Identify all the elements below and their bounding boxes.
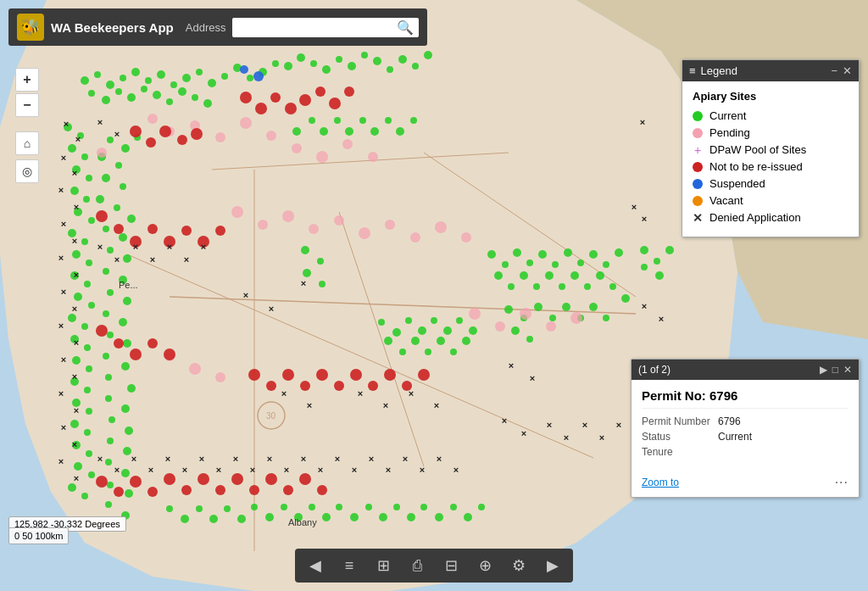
popup-row-label: Status <box>642 431 718 443</box>
svg-point-176 <box>393 504 400 510</box>
svg-point-224 <box>258 220 268 230</box>
svg-point-43 <box>361 52 368 59</box>
svg-point-136 <box>520 271 528 280</box>
svg-point-205 <box>385 117 392 124</box>
svg-text:×: × <box>150 254 155 265</box>
svg-point-44 <box>373 57 381 65</box>
svg-text:×: × <box>409 388 414 399</box>
legend-section-title: Apiary Sites <box>693 90 849 103</box>
svg-point-158 <box>511 326 520 335</box>
legend-plus-icon: + <box>693 145 703 155</box>
search-input[interactable] <box>237 21 397 34</box>
popup-next-button[interactable]: ▶ <box>820 364 827 376</box>
svg-point-16 <box>145 77 152 84</box>
home-button[interactable]: ⌂ <box>15 131 39 155</box>
popup-nav: ▶ □ ✕ <box>820 364 852 376</box>
zoom-to-link[interactable]: Zoom to <box>642 477 679 488</box>
svg-point-127 <box>538 250 547 259</box>
scale-bar: 0 50 100km <box>8 527 69 544</box>
popup-row-value: Current <box>718 431 752 443</box>
legend-menu-icon: ≡ <box>689 64 696 77</box>
svg-point-172 <box>336 504 342 510</box>
svg-point-140 <box>570 271 579 280</box>
svg-point-121 <box>105 501 112 508</box>
legend-dot-icon <box>693 162 703 172</box>
svg-point-123 <box>487 250 496 259</box>
svg-point-35 <box>192 94 198 101</box>
popup-rows: Permit Number6796StatusCurrentTenure <box>642 415 849 458</box>
svg-point-21 <box>208 79 216 87</box>
legend-item: ✕Denied Application <box>693 211 849 224</box>
svg-point-270 <box>300 381 310 391</box>
svg-point-70 <box>84 344 91 351</box>
legend-minimize-button[interactable]: − <box>831 64 837 77</box>
svg-point-66 <box>88 302 95 309</box>
svg-text:×: × <box>58 185 64 195</box>
svg-point-200 <box>320 127 328 136</box>
zoom-out-button[interactable]: − <box>15 93 39 117</box>
popup-more-button[interactable]: ··· <box>835 475 849 490</box>
svg-point-253 <box>191 128 203 140</box>
toolbar-list-button[interactable]: ≡ <box>337 554 361 577</box>
svg-point-113 <box>108 416 115 423</box>
svg-point-80 <box>86 450 92 457</box>
toolbar-globe-button[interactable]: ⊕ <box>473 554 497 577</box>
svg-point-48 <box>424 51 432 59</box>
svg-point-218 <box>292 143 302 153</box>
svg-point-117 <box>105 459 112 466</box>
legend-close-button[interactable]: ✕ <box>843 64 852 77</box>
toolbar-next-button[interactable]: ▶ <box>541 554 565 577</box>
map-container[interactable]: 30 <box>0 0 868 591</box>
svg-text:×: × <box>148 465 153 475</box>
popup-row-label: Permit Number <box>642 415 718 427</box>
svg-point-193 <box>411 337 420 345</box>
svg-text:×: × <box>64 119 69 129</box>
svg-point-240 <box>570 312 582 324</box>
svg-point-171 <box>322 513 331 521</box>
svg-text:×: × <box>61 287 66 297</box>
svg-point-89 <box>115 162 122 169</box>
legend-item-label: Denied Application <box>709 211 801 224</box>
svg-point-232 <box>461 232 471 243</box>
svg-point-76 <box>86 408 92 415</box>
svg-text:×: × <box>75 134 81 144</box>
search-icon[interactable]: 🔍 <box>397 20 414 36</box>
svg-point-148 <box>641 264 648 270</box>
svg-point-33 <box>166 98 173 105</box>
svg-point-58 <box>88 217 95 224</box>
svg-point-102 <box>123 297 131 305</box>
address-search-bar[interactable]: 🔍 <box>232 18 419 37</box>
location-button[interactable]: ◎ <box>15 159 39 183</box>
svg-point-204 <box>370 127 379 136</box>
svg-point-250 <box>146 137 156 148</box>
svg-point-36 <box>203 99 212 108</box>
legend-item-label: Not to be re-issued <box>709 160 803 173</box>
svg-point-262 <box>96 325 108 337</box>
zoom-in-button[interactable]: + <box>15 68 39 92</box>
legend-dot-icon <box>693 111 703 121</box>
svg-point-142 <box>596 271 604 280</box>
toolbar-print-button[interactable]: ⎙ <box>405 554 429 577</box>
svg-point-78 <box>84 429 91 436</box>
toolbar-settings-button[interactable]: ⚙ <box>507 554 531 577</box>
svg-point-110 <box>127 384 136 393</box>
svg-point-96 <box>119 233 127 242</box>
svg-point-189 <box>456 317 463 324</box>
popup-close-button[interactable]: ✕ <box>843 364 852 376</box>
svg-point-149 <box>655 271 664 280</box>
svg-point-198 <box>292 127 301 136</box>
svg-text:×: × <box>72 304 77 314</box>
svg-point-106 <box>123 339 131 348</box>
svg-text:×: × <box>61 219 66 229</box>
toolbar-layers-button[interactable]: ⊞ <box>371 554 395 577</box>
toolbar-grid-button[interactable]: ⊟ <box>439 554 463 577</box>
nav-controls: ⌂ ◎ <box>15 131 39 183</box>
svg-point-138 <box>545 271 554 280</box>
svg-text:×: × <box>642 214 647 224</box>
svg-point-290 <box>299 473 311 485</box>
svg-point-164 <box>224 505 231 512</box>
svg-text:×: × <box>352 465 357 475</box>
toolbar-prev-button[interactable]: ◀ <box>303 554 327 577</box>
svg-text:×: × <box>61 153 66 163</box>
popup-expand-button[interactable]: □ <box>832 364 838 376</box>
